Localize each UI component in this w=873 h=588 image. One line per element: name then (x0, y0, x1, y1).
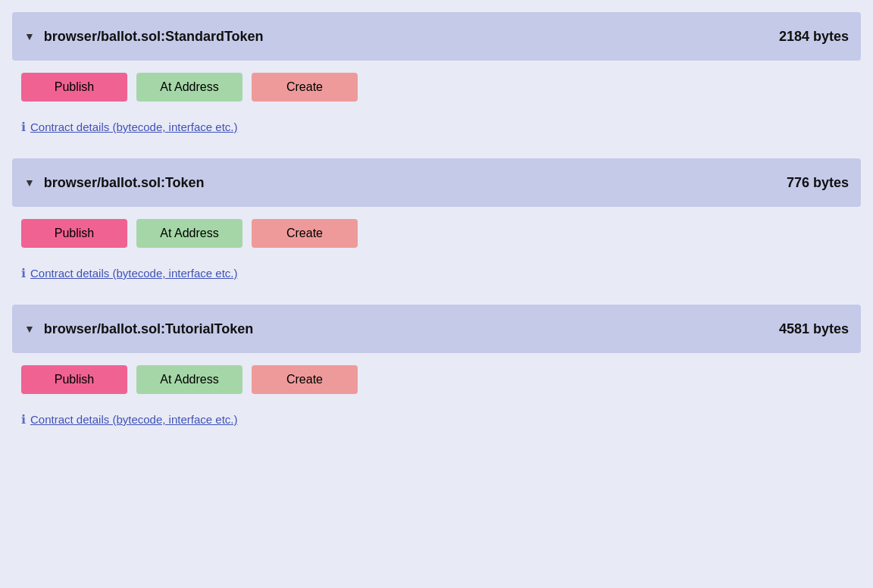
contracts-list: ▼ browser/ballot.sol:StandardToken 2184 … (12, 12, 861, 439)
contract-header-tutorial-token: ▼ browser/ballot.sol:TutorialToken 4581 … (12, 305, 861, 353)
create-button-standard-token[interactable]: Create (252, 73, 358, 102)
info-icon-token: ℹ (21, 266, 26, 280)
publish-button-tutorial-token[interactable]: Publish (21, 365, 127, 394)
contract-size-standard-token: 2184 bytes (779, 29, 849, 45)
at-address-button-standard-token[interactable]: At Address (136, 73, 242, 102)
contract-details-link-tutorial-token[interactable]: Contract details (bytecode, interface et… (30, 413, 237, 426)
contract-header-standard-token: ▼ browser/ballot.sol:StandardToken 2184 … (12, 12, 861, 61)
create-button-tutorial-token[interactable]: Create (252, 365, 358, 394)
contract-name-token: browser/ballot.sol:Token (44, 175, 205, 191)
contract-details-token: ℹ Contract details (bytecode, interface … (12, 260, 861, 292)
contract-section-tutorial-token: ▼ browser/ballot.sol:TutorialToken 4581 … (12, 305, 861, 439)
at-address-button-tutorial-token[interactable]: At Address (136, 365, 242, 394)
contract-header-token: ▼ browser/ballot.sol:Token 776 bytes (12, 158, 861, 207)
chevron-down-icon-tutorial-token[interactable]: ▼ (24, 323, 35, 335)
chevron-down-icon-token[interactable]: ▼ (24, 177, 35, 189)
at-address-button-token[interactable]: At Address (136, 219, 242, 248)
create-button-token[interactable]: Create (252, 219, 358, 248)
contract-header-left-tutorial-token: ▼ browser/ballot.sol:TutorialToken (24, 321, 253, 337)
contract-header-left: ▼ browser/ballot.sol:StandardToken (24, 29, 264, 45)
contract-size-token: 776 bytes (787, 175, 849, 191)
contract-section-token: ▼ browser/ballot.sol:Token 776 bytes Pub… (12, 158, 861, 292)
publish-button-standard-token[interactable]: Publish (21, 73, 127, 102)
contract-details-tutorial-token: ℹ Contract details (bytecode, interface … (12, 406, 861, 439)
contract-actions-token: Publish At Address Create (12, 207, 861, 260)
contract-name-tutorial-token: browser/ballot.sol:TutorialToken (44, 321, 253, 337)
contract-details-link-standard-token[interactable]: Contract details (bytecode, interface et… (30, 120, 237, 133)
contract-name-standard-token: browser/ballot.sol:StandardToken (44, 29, 264, 45)
contract-section-standard-token: ▼ browser/ballot.sol:StandardToken 2184 … (12, 12, 861, 146)
chevron-down-icon[interactable]: ▼ (24, 30, 35, 42)
contract-details-standard-token: ℹ Contract details (bytecode, interface … (12, 114, 861, 146)
contract-header-left-token: ▼ browser/ballot.sol:Token (24, 175, 205, 191)
publish-button-token[interactable]: Publish (21, 219, 127, 248)
contract-actions-tutorial-token: Publish At Address Create (12, 353, 861, 406)
contract-size-tutorial-token: 4581 bytes (779, 321, 849, 337)
contract-actions-standard-token: Publish At Address Create (12, 61, 861, 114)
contract-details-link-token[interactable]: Contract details (bytecode, interface et… (30, 267, 237, 280)
info-icon-standard-token: ℹ (21, 120, 26, 134)
info-icon-tutorial-token: ℹ (21, 412, 26, 427)
